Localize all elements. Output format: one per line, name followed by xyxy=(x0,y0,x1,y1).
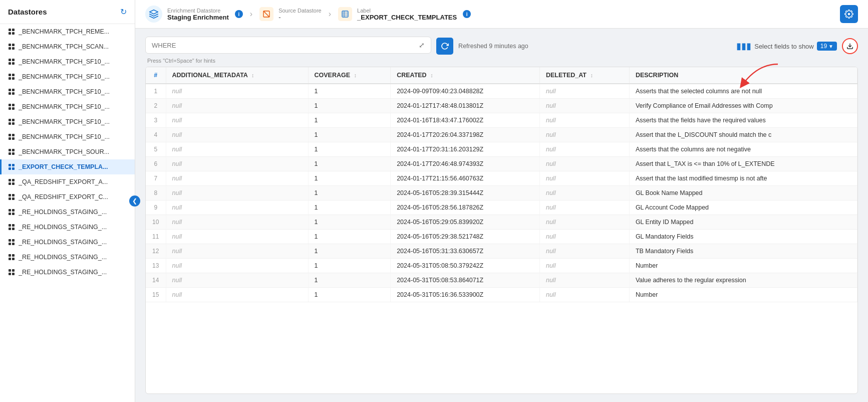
cell-coverage: 1 xyxy=(308,215,391,230)
enrichment-type-label: Enrichment Datastore xyxy=(167,8,229,14)
cell-num: 6 xyxy=(146,157,166,171)
cell-additional-metadata: null xyxy=(166,186,308,200)
refresh-button[interactable] xyxy=(436,38,453,55)
label-info-icon[interactable]: i xyxy=(463,10,471,18)
cell-description: Assert that the L_DISCOUNT should match … xyxy=(629,128,857,142)
cell-num: 13 xyxy=(146,259,166,273)
where-input[interactable] xyxy=(152,42,414,49)
sidebar-item-5[interactable]: _BENCHMARK_TPCH_SF10_... xyxy=(0,99,135,114)
sidebar-item-9[interactable]: _EXPORT_CHECK_TEMPLA... xyxy=(0,159,135,174)
cell-created: 2024-01-12T17:48:48.013801Z xyxy=(391,99,540,113)
cell-deleted-at: null xyxy=(539,259,629,273)
table-row[interactable]: 12 null 1 2024-05-16T05:31:33.630657Z nu… xyxy=(146,244,857,259)
table-row[interactable]: 11 null 1 2024-05-16T05:29:38.521748Z nu… xyxy=(146,230,857,244)
expand-button[interactable]: ⤢ xyxy=(419,41,425,49)
sidebar-item-1[interactable]: _BENCHMARK_TPCH_SCAN... xyxy=(0,39,135,54)
table-row[interactable]: 14 null 1 2024-05-31T05:08:53.864071Z nu… xyxy=(146,273,857,288)
sidebar-item-11[interactable]: _QA_REDSHIFT_EXPORT_C... xyxy=(0,189,135,205)
cell-deleted-at: null xyxy=(539,288,629,302)
cell-deleted-at: null xyxy=(539,215,629,230)
sidebar-item-label: _RE_HOLDINGS_STAGING_... xyxy=(19,209,107,216)
sidebar-item-13[interactable]: _RE_HOLDINGS_STAGING_... xyxy=(0,220,135,235)
cell-additional-metadata: null xyxy=(166,171,308,186)
cell-created: 2024-05-31T05:16:36.533900Z xyxy=(391,288,540,302)
sidebar-item-0[interactable]: _BENCHMARK_TPCH_REME... xyxy=(0,24,135,39)
cell-num: 11 xyxy=(146,230,166,244)
breadcrumb-arrow-2: › xyxy=(329,10,331,19)
table-row[interactable]: 6 null 1 2024-01-17T20:46:48.974393Z nul… xyxy=(146,157,857,171)
col-header-coverage[interactable]: COVERAGE ↕ xyxy=(308,67,391,84)
download-button[interactable] xyxy=(842,38,858,54)
table-row[interactable]: 8 null 1 2024-05-16T05:28:39.315444Z nul… xyxy=(146,186,857,200)
breadcrumb-arrow-1: › xyxy=(250,10,252,19)
cell-description: Asserts that the selected columns are no… xyxy=(629,84,857,99)
table-row[interactable]: 10 null 1 2024-05-16T05:29:05.839920Z nu… xyxy=(146,215,857,230)
cell-created: 2024-09-09T09:40:23.048828Z xyxy=(391,84,540,99)
breadcrumb-label: Label _EXPORT_CHECK_TEMPLATES xyxy=(357,8,457,21)
sidebar-item-label: _EXPORT_CHECK_TEMPLA... xyxy=(19,163,108,170)
grid-icon xyxy=(9,59,15,65)
sidebar-item-12[interactable]: _RE_HOLDINGS_STAGING_... xyxy=(0,205,135,220)
cell-additional-metadata: null xyxy=(166,215,308,230)
cell-description: TB Mandatory Fields xyxy=(629,244,857,259)
field-count-badge[interactable]: 19 ▼ xyxy=(817,42,837,51)
hint-text: Press "Ctrl+Space" for hints xyxy=(145,57,858,67)
sidebar-item-4[interactable]: _BENCHMARK_TPCH_SF10_... xyxy=(0,84,135,99)
data-table-wrapper: # ADDITIONAL_METADATA ↕ COVERAGE ↕ CREAT… xyxy=(145,67,858,394)
cell-additional-metadata: null xyxy=(166,84,308,99)
field-selector: ▮▮▮ Select fields to show 19 ▼ xyxy=(736,41,837,52)
enrichment-info-icon[interactable]: i xyxy=(235,10,243,18)
cell-created: 2024-05-16T05:29:05.839920Z xyxy=(391,215,540,230)
sidebar-item-8[interactable]: _BENCHMARK_TPCH_SOUR... xyxy=(0,144,135,159)
settings-button[interactable] xyxy=(840,5,858,23)
grid-icon xyxy=(9,179,15,185)
table-row[interactable]: 13 null 1 2024-05-31T05:08:50.379242Z nu… xyxy=(146,259,857,273)
table-row[interactable]: 15 null 1 2024-05-31T05:16:36.533900Z nu… xyxy=(146,288,857,302)
cell-num: 3 xyxy=(146,113,166,128)
cell-additional-metadata: null xyxy=(166,128,308,142)
sidebar-item-14[interactable]: _RE_HOLDINGS_STAGING_... xyxy=(0,235,135,250)
cell-num: 8 xyxy=(146,186,166,200)
sidebar-item-6[interactable]: _BENCHMARK_TPCH_SF10_... xyxy=(0,114,135,129)
table-row[interactable]: 1 null 1 2024-09-09T09:40:23.048828Z nul… xyxy=(146,84,857,99)
col-header-additional-metadata[interactable]: ADDITIONAL_METADATA ↕ xyxy=(166,67,308,84)
table-row[interactable]: 5 null 1 2024-01-17T20:31:16.203129Z nul… xyxy=(146,142,857,157)
cell-coverage: 1 xyxy=(308,200,391,215)
cell-description: Verify Compliance of Email Addresses wit… xyxy=(629,99,857,113)
cell-deleted-at: null xyxy=(539,157,629,171)
sidebar-item-7[interactable]: _BENCHMARK_TPCH_SF10_... xyxy=(0,129,135,144)
sidebar-item-15[interactable]: _RE_HOLDINGS_STAGING_... xyxy=(0,250,135,265)
cell-num: 7 xyxy=(146,171,166,186)
cell-created: 2024-01-17T20:31:16.203129Z xyxy=(391,142,540,157)
cell-coverage: 1 xyxy=(308,142,391,157)
cell-description: GL Entity ID Mapped xyxy=(629,215,857,230)
sidebar-item-16[interactable]: _RE_HOLDINGS_STAGING_... xyxy=(0,265,135,280)
table-row[interactable]: 2 null 1 2024-01-12T17:48:48.013801Z nul… xyxy=(146,99,857,113)
table-row[interactable]: 4 null 1 2024-01-17T20:26:04.337198Z nul… xyxy=(146,128,857,142)
cell-num: 15 xyxy=(146,288,166,302)
col-header-description: DESCRIPTION xyxy=(629,67,857,84)
breadcrumb-bar: Enrichment Datastore Staging Enrichment … xyxy=(135,0,868,29)
cell-deleted-at: null xyxy=(539,171,629,186)
table-row[interactable]: 7 null 1 2024-01-17T21:15:56.460763Z nul… xyxy=(146,171,857,186)
table-row[interactable]: 9 null 1 2024-05-16T05:28:56.187826Z nul… xyxy=(146,200,857,215)
sidebar-refresh-button[interactable]: ↻ xyxy=(120,7,127,17)
cell-coverage: 1 xyxy=(308,171,391,186)
sidebar-item-3[interactable]: _BENCHMARK_TPCH_SF10_... xyxy=(0,69,135,84)
sidebar-item-label: _BENCHMARK_TPCH_SF10_... xyxy=(19,58,110,65)
sidebar-item-label: _RE_HOLDINGS_STAGING_... xyxy=(19,254,107,261)
cell-additional-metadata: null xyxy=(166,273,308,288)
data-table: # ADDITIONAL_METADATA ↕ COVERAGE ↕ CREAT… xyxy=(146,67,857,302)
cell-num: 5 xyxy=(146,142,166,157)
sidebar-collapse-button[interactable]: ❮ xyxy=(129,195,140,207)
enrichment-value: Staging Enrichment xyxy=(167,14,229,21)
sidebar-item-2[interactable]: _BENCHMARK_TPCH_SF10_... xyxy=(0,54,135,69)
breadcrumb-source: Source Datastore - xyxy=(278,8,322,21)
sidebar-item-10[interactable]: _QA_REDSHIFT_EXPORT_A... xyxy=(0,174,135,189)
col-header-created[interactable]: CREATED ↕ xyxy=(391,67,540,84)
cell-additional-metadata: null xyxy=(166,142,308,157)
table-row[interactable]: 3 null 1 2024-01-16T18:43:47.176002Z nul… xyxy=(146,113,857,128)
col-header-deleted-at[interactable]: DELETED_AT ↕ xyxy=(539,67,629,84)
cell-description: Number xyxy=(629,259,857,273)
sidebar-title: Datastores xyxy=(8,8,47,16)
